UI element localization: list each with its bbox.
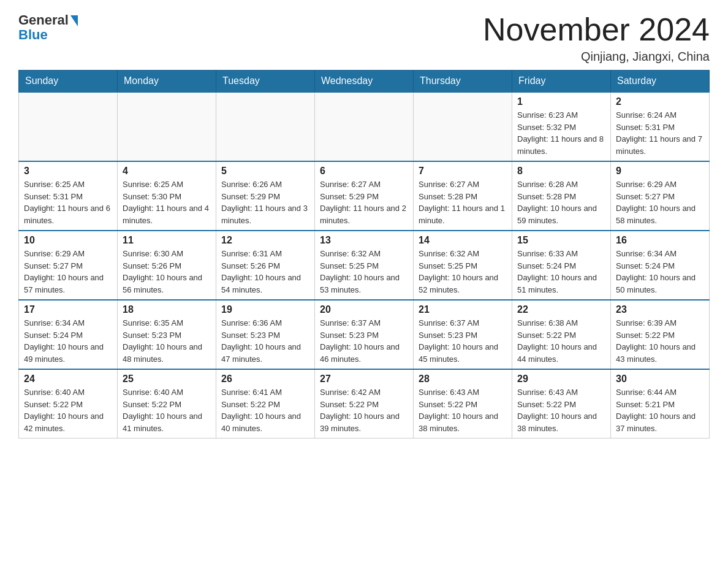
day-number: 18 bbox=[123, 304, 211, 315]
logo-blue-text: Blue bbox=[18, 27, 48, 43]
day-number: 26 bbox=[221, 373, 309, 385]
day-number: 4 bbox=[123, 166, 211, 177]
calendar-cell: 2Sunrise: 6:24 AMSunset: 5:31 PMDaylight… bbox=[611, 92, 710, 161]
logo: General Blue bbox=[18, 12, 78, 43]
calendar-cell: 30Sunrise: 6:44 AMSunset: 5:21 PMDayligh… bbox=[611, 369, 710, 439]
day-number: 16 bbox=[616, 235, 704, 246]
day-number: 14 bbox=[419, 235, 507, 246]
day-number: 28 bbox=[419, 373, 507, 385]
day-number: 2 bbox=[616, 96, 704, 107]
day-number: 22 bbox=[517, 304, 605, 315]
calendar-cell: 7Sunrise: 6:27 AMSunset: 5:28 PMDaylight… bbox=[414, 161, 512, 231]
week-row-2: 3Sunrise: 6:25 AMSunset: 5:31 PMDaylight… bbox=[19, 161, 710, 231]
day-number: 5 bbox=[221, 166, 309, 177]
week-row-1: 1Sunrise: 6:23 AMSunset: 5:32 PMDaylight… bbox=[19, 92, 710, 161]
weekday-header-wednesday: Wednesday bbox=[315, 71, 414, 93]
day-info: Sunrise: 6:23 AMSunset: 5:32 PMDaylight:… bbox=[517, 109, 605, 157]
calendar-cell bbox=[118, 92, 216, 161]
day-info: Sunrise: 6:32 AMSunset: 5:25 PMDaylight:… bbox=[320, 248, 408, 296]
week-row-3: 10Sunrise: 6:29 AMSunset: 5:27 PMDayligh… bbox=[19, 231, 710, 300]
day-info: Sunrise: 6:34 AMSunset: 5:24 PMDaylight:… bbox=[616, 248, 704, 296]
calendar-cell: 10Sunrise: 6:29 AMSunset: 5:27 PMDayligh… bbox=[19, 231, 118, 300]
title-block: November 2024 Qinjiang, Jiangxi, China bbox=[483, 12, 710, 64]
day-info: Sunrise: 6:30 AMSunset: 5:26 PMDaylight:… bbox=[123, 248, 211, 296]
day-info: Sunrise: 6:43 AMSunset: 5:22 PMDaylight:… bbox=[517, 386, 605, 434]
day-number: 8 bbox=[517, 166, 605, 177]
calendar-cell: 18Sunrise: 6:35 AMSunset: 5:23 PMDayligh… bbox=[118, 300, 216, 369]
calendar-cell bbox=[19, 92, 118, 161]
calendar-cell: 12Sunrise: 6:31 AMSunset: 5:26 PMDayligh… bbox=[216, 231, 315, 300]
day-info: Sunrise: 6:38 AMSunset: 5:22 PMDaylight:… bbox=[517, 317, 605, 365]
calendar-table: SundayMondayTuesdayWednesdayThursdayFrid… bbox=[18, 70, 710, 439]
day-number: 10 bbox=[24, 235, 112, 246]
calendar-cell: 23Sunrise: 6:39 AMSunset: 5:22 PMDayligh… bbox=[611, 300, 710, 369]
day-number: 15 bbox=[517, 235, 605, 246]
weekday-header-tuesday: Tuesday bbox=[216, 71, 315, 93]
day-number: 11 bbox=[123, 235, 211, 246]
weekday-header-saturday: Saturday bbox=[611, 71, 710, 93]
day-info: Sunrise: 6:25 AMSunset: 5:31 PMDaylight:… bbox=[24, 178, 112, 226]
day-number: 12 bbox=[221, 235, 309, 246]
day-info: Sunrise: 6:28 AMSunset: 5:28 PMDaylight:… bbox=[517, 178, 605, 226]
calendar-cell: 26Sunrise: 6:41 AMSunset: 5:22 PMDayligh… bbox=[216, 369, 315, 439]
logo-triangle-icon bbox=[70, 15, 78, 26]
calendar-cell bbox=[315, 92, 414, 161]
day-number: 24 bbox=[24, 373, 112, 385]
day-info: Sunrise: 6:39 AMSunset: 5:22 PMDaylight:… bbox=[616, 317, 704, 365]
day-number: 1 bbox=[517, 96, 605, 107]
day-number: 25 bbox=[123, 373, 211, 385]
weekday-header-thursday: Thursday bbox=[414, 71, 512, 93]
calendar-cell: 24Sunrise: 6:40 AMSunset: 5:22 PMDayligh… bbox=[19, 369, 118, 439]
day-number: 21 bbox=[419, 304, 507, 315]
calendar-cell: 17Sunrise: 6:34 AMSunset: 5:24 PMDayligh… bbox=[19, 300, 118, 369]
day-number: 7 bbox=[419, 166, 507, 177]
day-info: Sunrise: 6:27 AMSunset: 5:29 PMDaylight:… bbox=[320, 178, 408, 226]
calendar-cell: 22Sunrise: 6:38 AMSunset: 5:22 PMDayligh… bbox=[512, 300, 611, 369]
day-info: Sunrise: 6:26 AMSunset: 5:29 PMDaylight:… bbox=[221, 178, 309, 226]
day-info: Sunrise: 6:33 AMSunset: 5:24 PMDaylight:… bbox=[517, 248, 605, 296]
calendar-cell: 20Sunrise: 6:37 AMSunset: 5:23 PMDayligh… bbox=[315, 300, 414, 369]
calendar-cell: 15Sunrise: 6:33 AMSunset: 5:24 PMDayligh… bbox=[512, 231, 611, 300]
day-info: Sunrise: 6:24 AMSunset: 5:31 PMDaylight:… bbox=[616, 109, 704, 157]
day-info: Sunrise: 6:36 AMSunset: 5:23 PMDaylight:… bbox=[221, 317, 309, 365]
day-info: Sunrise: 6:35 AMSunset: 5:23 PMDaylight:… bbox=[123, 317, 211, 365]
day-info: Sunrise: 6:27 AMSunset: 5:28 PMDaylight:… bbox=[419, 178, 507, 226]
calendar-cell: 14Sunrise: 6:32 AMSunset: 5:25 PMDayligh… bbox=[414, 231, 512, 300]
day-number: 9 bbox=[616, 166, 704, 177]
logo-general-text: General bbox=[18, 12, 69, 28]
day-number: 27 bbox=[320, 373, 408, 385]
calendar-cell: 3Sunrise: 6:25 AMSunset: 5:31 PMDaylight… bbox=[19, 161, 118, 231]
day-info: Sunrise: 6:29 AMSunset: 5:27 PMDaylight:… bbox=[24, 248, 112, 296]
calendar-cell: 8Sunrise: 6:28 AMSunset: 5:28 PMDaylight… bbox=[512, 161, 611, 231]
calendar-cell: 1Sunrise: 6:23 AMSunset: 5:32 PMDaylight… bbox=[512, 92, 611, 161]
day-info: Sunrise: 6:40 AMSunset: 5:22 PMDaylight:… bbox=[123, 386, 211, 434]
day-number: 6 bbox=[320, 166, 408, 177]
day-info: Sunrise: 6:25 AMSunset: 5:30 PMDaylight:… bbox=[123, 178, 211, 226]
location-text: Qinjiang, Jiangxi, China bbox=[483, 50, 710, 64]
day-number: 17 bbox=[24, 304, 112, 315]
calendar-cell: 11Sunrise: 6:30 AMSunset: 5:26 PMDayligh… bbox=[118, 231, 216, 300]
day-info: Sunrise: 6:31 AMSunset: 5:26 PMDaylight:… bbox=[221, 248, 309, 296]
day-info: Sunrise: 6:41 AMSunset: 5:22 PMDaylight:… bbox=[221, 386, 309, 434]
day-info: Sunrise: 6:44 AMSunset: 5:21 PMDaylight:… bbox=[616, 386, 704, 434]
calendar-cell: 25Sunrise: 6:40 AMSunset: 5:22 PMDayligh… bbox=[118, 369, 216, 439]
calendar-cell: 28Sunrise: 6:43 AMSunset: 5:22 PMDayligh… bbox=[414, 369, 512, 439]
day-number: 29 bbox=[517, 373, 605, 385]
day-info: Sunrise: 6:40 AMSunset: 5:22 PMDaylight:… bbox=[24, 386, 112, 434]
day-number: 30 bbox=[616, 373, 704, 385]
month-year-title: November 2024 bbox=[483, 12, 710, 47]
calendar-cell bbox=[414, 92, 512, 161]
calendar-cell: 6Sunrise: 6:27 AMSunset: 5:29 PMDaylight… bbox=[315, 161, 414, 231]
day-info: Sunrise: 6:34 AMSunset: 5:24 PMDaylight:… bbox=[24, 317, 112, 365]
week-row-4: 17Sunrise: 6:34 AMSunset: 5:24 PMDayligh… bbox=[19, 300, 710, 369]
day-info: Sunrise: 6:37 AMSunset: 5:23 PMDaylight:… bbox=[320, 317, 408, 365]
calendar-cell: 16Sunrise: 6:34 AMSunset: 5:24 PMDayligh… bbox=[611, 231, 710, 300]
calendar-header-row: SundayMondayTuesdayWednesdayThursdayFrid… bbox=[19, 71, 710, 93]
calendar-cell: 19Sunrise: 6:36 AMSunset: 5:23 PMDayligh… bbox=[216, 300, 315, 369]
calendar-cell: 9Sunrise: 6:29 AMSunset: 5:27 PMDaylight… bbox=[611, 161, 710, 231]
day-number: 23 bbox=[616, 304, 704, 315]
page-header: General Blue November 2024 Qinjiang, Jia… bbox=[18, 12, 710, 64]
day-info: Sunrise: 6:29 AMSunset: 5:27 PMDaylight:… bbox=[616, 178, 704, 226]
weekday-header-sunday: Sunday bbox=[19, 71, 118, 93]
week-row-5: 24Sunrise: 6:40 AMSunset: 5:22 PMDayligh… bbox=[19, 369, 710, 439]
